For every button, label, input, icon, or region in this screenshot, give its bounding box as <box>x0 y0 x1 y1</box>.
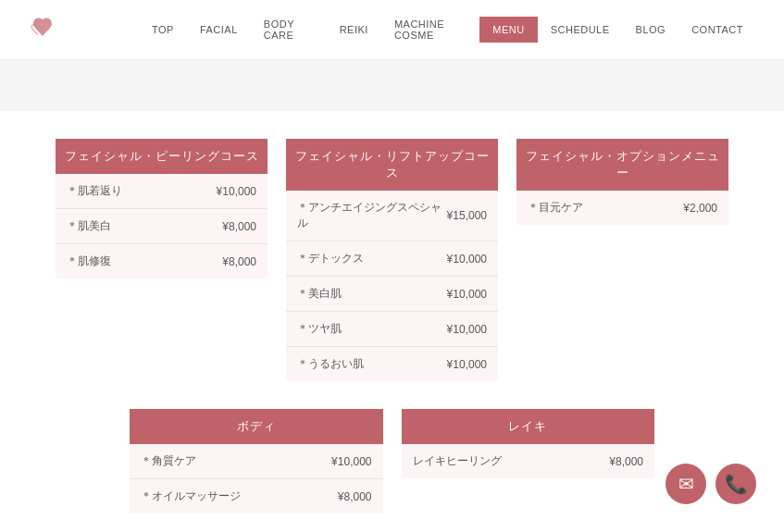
menu-item-name: ＊アンチエイジングスペシャル <box>297 200 447 231</box>
menu-card-header-peeling: フェイシャル・ピーリングコース <box>56 139 268 174</box>
menu-card-header-liftup: フェイシャル・リフトアップコース <box>286 139 498 191</box>
menu-item: ＊目元ケア¥2,000 <box>516 191 728 225</box>
menu-item: ＊うるおい肌¥10,000 <box>286 347 498 381</box>
menu-card-header-reiki: レイキ <box>402 409 655 444</box>
menu-item-price: ¥15,000 <box>447 209 487 222</box>
menu-card-reiki: レイキレイキヒーリング¥8,000 <box>402 409 655 513</box>
menu-item: ＊デトックス¥10,000 <box>286 241 498 277</box>
menu-item-price: ¥10,000 <box>447 358 487 371</box>
menu-item-name: ＊肌若返り <box>67 183 122 199</box>
menu-item: ＊アンチエイジングスペシャル¥15,000 <box>286 191 498 241</box>
header: TOPFACIALBODY CAREREIKIMACHINE COSMEMENU… <box>0 0 784 60</box>
menu-item-price: ¥10,000 <box>331 455 371 468</box>
menu-item-name: ＊角質ケア <box>141 453 196 469</box>
menu-item-name: ＊オイルマッサージ <box>141 489 241 504</box>
nav-item-body-care[interactable]: BODY CARE <box>251 11 327 48</box>
nav-item-schedule[interactable]: SCHEDULE <box>538 17 623 43</box>
menu-item-name: ＊美白肌 <box>297 286 342 302</box>
menu-item-name: レイキヒーリング <box>413 453 502 469</box>
nav-item-blog[interactable]: BLOG <box>623 17 679 43</box>
menu-card-option: フェイシャル・オプションメニュー＊目元ケア¥2,000 <box>516 139 728 381</box>
menu-item-name: ＊デトックス <box>297 251 364 266</box>
menu-top-row: フェイシャル・ピーリングコース＊肌若返り¥10,000＊肌美白¥8,000＊肌修… <box>56 139 728 381</box>
menu-item-name: ＊肌修復 <box>67 254 111 269</box>
nav-item-menu[interactable]: MENU <box>479 17 537 43</box>
menu-card-header-body: ボディ <box>130 409 383 444</box>
nav-item-machine-cosme[interactable]: MACHINE COSME <box>381 11 479 48</box>
nav-item-reiki[interactable]: REIKI <box>327 17 381 43</box>
menu-item-price: ¥8,000 <box>222 255 256 268</box>
menu-item-name: ＊ツヤ肌 <box>297 321 342 337</box>
menu-item-name: ＊肌美白 <box>67 218 111 234</box>
menu-item-price: ¥8,000 <box>609 455 643 468</box>
menu-item-price: ¥10,000 <box>217 185 256 198</box>
menu-item: レイキヒーリング¥8,000 <box>402 444 655 478</box>
menu-item-price: ¥10,000 <box>447 288 487 301</box>
menu-item-name: ＊うるおい肌 <box>297 356 364 372</box>
menu-card-peeling: フェイシャル・ピーリングコース＊肌若返り¥10,000＊肌美白¥8,000＊肌修… <box>56 139 268 381</box>
email-button[interactable]: ✉ <box>666 464 706 504</box>
floating-buttons: ✉ 📞 <box>666 464 756 504</box>
menu-item-price: ¥2,000 <box>683 202 717 215</box>
menu-item-name: ＊目元ケア <box>528 200 583 216</box>
nav-item-contact[interactable]: CONTACT <box>678 17 756 43</box>
menu-item: ＊ツヤ肌¥10,000 <box>286 312 498 347</box>
phone-button[interactable]: 📞 <box>716 464 756 504</box>
menu-item: ＊肌修復¥8,000 <box>56 244 268 278</box>
spacer-left <box>56 409 111 513</box>
menu-bottom-row: ボディ＊角質ケア¥10,000＊オイルマッサージ¥8,000レイキレイキヒーリン… <box>56 409 728 513</box>
menu-card-liftup: フェイシャル・リフトアップコース＊アンチエイジングスペシャル¥15,000＊デト… <box>286 139 498 381</box>
menu-item-price: ¥8,000 <box>338 490 372 503</box>
menu-card-body: ボディ＊角質ケア¥10,000＊オイルマッサージ¥8,000 <box>130 409 383 513</box>
logo[interactable] <box>28 15 139 44</box>
nav-item-top[interactable]: TOP <box>139 17 187 43</box>
menu-card-header-option: フェイシャル・オプションメニュー <box>516 139 728 191</box>
menu-item: ＊オイルマッサージ¥8,000 <box>130 479 383 513</box>
menu-item: ＊肌美白¥8,000 <box>56 209 268 244</box>
banner <box>0 60 784 111</box>
menu-item-price: ¥10,000 <box>447 323 487 336</box>
nav-item-facial[interactable]: FACIAL <box>187 17 251 43</box>
menu-item: ＊角質ケア¥10,000 <box>130 444 383 479</box>
menu-item-price: ¥10,000 <box>447 253 487 266</box>
menu-item-price: ¥8,000 <box>222 220 256 233</box>
main-nav: TOPFACIALBODY CAREREIKIMACHINE COSMEMENU… <box>139 11 756 48</box>
menu-item: ＊美白肌¥10,000 <box>286 277 498 312</box>
menu-item: ＊肌若返り¥10,000 <box>56 174 268 209</box>
